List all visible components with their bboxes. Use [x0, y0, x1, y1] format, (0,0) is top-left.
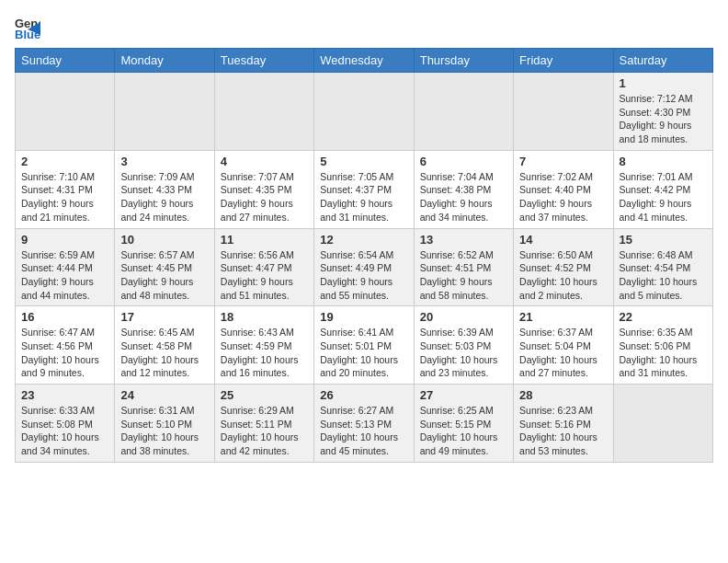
calendar-cell: 17Sunrise: 6:45 AMSunset: 4:58 PMDayligh… [115, 306, 214, 385]
calendar-cell: 10Sunrise: 6:57 AMSunset: 4:45 PMDayligh… [115, 228, 214, 306]
calendar-cell: 13Sunrise: 6:52 AMSunset: 4:51 PMDayligh… [414, 228, 513, 306]
calendar-cell: 8Sunrise: 7:01 AMSunset: 4:42 PMDaylight… [613, 150, 712, 228]
header-thursday: Thursday [414, 49, 513, 73]
calendar-week-row: 23Sunrise: 6:33 AMSunset: 5:08 PMDayligh… [16, 385, 713, 463]
calendar-week-row: 16Sunrise: 6:47 AMSunset: 4:56 PMDayligh… [16, 306, 713, 385]
day-number: 6 [420, 155, 507, 168]
day-number: 1 [620, 76, 707, 90]
day-info: Sunrise: 6:43 AMSunset: 4:59 PMDaylight:… [221, 326, 308, 380]
calendar-cell: 9Sunrise: 6:59 AMSunset: 4:44 PMDaylight… [16, 228, 115, 306]
calendar-cell: 15Sunrise: 6:48 AMSunset: 4:54 PMDayligh… [613, 228, 712, 306]
day-number: 18 [221, 310, 308, 324]
day-number: 5 [320, 155, 407, 168]
calendar-cell: 22Sunrise: 6:35 AMSunset: 5:06 PMDayligh… [613, 306, 712, 385]
day-info: Sunrise: 6:50 AMSunset: 4:52 PMDaylight:… [519, 248, 607, 303]
calendar-cell [214, 73, 313, 151]
calendar-cell [514, 73, 613, 151]
calendar-cell: 20Sunrise: 6:39 AMSunset: 5:03 PMDayligh… [414, 306, 513, 385]
day-number: 2 [21, 155, 108, 168]
day-info: Sunrise: 7:09 AMSunset: 4:33 PMDaylight:… [120, 170, 208, 224]
day-number: 20 [420, 310, 507, 324]
day-info: Sunrise: 6:39 AMSunset: 5:03 PMDaylight:… [420, 326, 507, 380]
calendar-cell: 28Sunrise: 6:23 AMSunset: 5:16 PMDayligh… [514, 385, 613, 463]
logo-icon: General Blue [15, 15, 40, 40]
day-info: Sunrise: 6:48 AMSunset: 4:54 PMDaylight:… [620, 248, 707, 303]
calendar-cell: 2Sunrise: 7:10 AMSunset: 4:31 PMDaylight… [16, 150, 115, 228]
header-monday: Monday [115, 49, 214, 73]
day-number: 11 [221, 233, 308, 247]
header-wednesday: Wednesday [314, 49, 414, 73]
day-info: Sunrise: 7:12 AMSunset: 4:30 PMDaylight:… [620, 92, 707, 146]
day-info: Sunrise: 6:31 AMSunset: 5:10 PMDaylight:… [120, 404, 208, 458]
day-info: Sunrise: 6:45 AMSunset: 4:58 PMDaylight:… [120, 326, 208, 380]
calendar-cell: 1Sunrise: 7:12 AMSunset: 4:30 PMDaylight… [613, 73, 712, 151]
calendar-cell: 5Sunrise: 7:05 AMSunset: 4:37 PMDaylight… [314, 150, 414, 228]
svg-text:Blue: Blue [15, 28, 40, 40]
calendar-cell [613, 385, 712, 463]
day-info: Sunrise: 7:10 AMSunset: 4:31 PMDaylight:… [21, 170, 108, 224]
calendar-cell: 23Sunrise: 6:33 AMSunset: 5:08 PMDayligh… [16, 385, 115, 463]
day-info: Sunrise: 6:29 AMSunset: 5:11 PMDaylight:… [221, 404, 308, 458]
calendar-cell: 16Sunrise: 6:47 AMSunset: 4:56 PMDayligh… [16, 306, 115, 385]
day-info: Sunrise: 6:27 AMSunset: 5:13 PMDaylight:… [320, 404, 407, 458]
day-info: Sunrise: 6:54 AMSunset: 4:49 PMDaylight:… [320, 248, 407, 303]
day-number: 22 [620, 310, 707, 324]
calendar-cell: 4Sunrise: 7:07 AMSunset: 4:35 PMDaylight… [214, 150, 313, 228]
calendar-cell [414, 73, 513, 151]
calendar-cell: 6Sunrise: 7:04 AMSunset: 4:38 PMDaylight… [414, 150, 513, 228]
calendar-cell: 24Sunrise: 6:31 AMSunset: 5:10 PMDayligh… [115, 385, 214, 463]
calendar-header-row: SundayMondayTuesdayWednesdayThursdayFrid… [16, 49, 713, 73]
day-info: Sunrise: 6:41 AMSunset: 5:01 PMDaylight:… [320, 326, 407, 380]
calendar-cell: 25Sunrise: 6:29 AMSunset: 5:11 PMDayligh… [214, 385, 313, 463]
day-info: Sunrise: 6:47 AMSunset: 4:56 PMDaylight:… [21, 326, 108, 380]
day-info: Sunrise: 7:07 AMSunset: 4:35 PMDaylight:… [221, 170, 308, 224]
calendar-week-row: 9Sunrise: 6:59 AMSunset: 4:44 PMDaylight… [16, 228, 713, 306]
day-number: 13 [420, 233, 507, 247]
calendar-table: SundayMondayTuesdayWednesdayThursdayFrid… [15, 48, 713, 463]
header-sunday: Sunday [16, 49, 115, 73]
calendar-cell: 3Sunrise: 7:09 AMSunset: 4:33 PMDaylight… [115, 150, 214, 228]
day-number: 21 [519, 310, 607, 324]
day-info: Sunrise: 6:33 AMSunset: 5:08 PMDaylight:… [21, 404, 108, 458]
day-number: 17 [120, 310, 208, 324]
calendar-cell: 12Sunrise: 6:54 AMSunset: 4:49 PMDayligh… [314, 228, 414, 306]
header-friday: Friday [514, 49, 613, 73]
day-number: 8 [620, 155, 707, 168]
header-tuesday: Tuesday [214, 49, 313, 73]
day-info: Sunrise: 6:59 AMSunset: 4:44 PMDaylight:… [21, 248, 108, 303]
day-number: 12 [320, 233, 407, 247]
calendar-cell [314, 73, 414, 151]
day-number: 26 [320, 388, 407, 402]
day-number: 16 [21, 310, 108, 324]
day-number: 9 [21, 233, 108, 247]
day-info: Sunrise: 6:56 AMSunset: 4:47 PMDaylight:… [221, 248, 308, 303]
calendar-cell: 14Sunrise: 6:50 AMSunset: 4:52 PMDayligh… [514, 228, 613, 306]
day-number: 4 [221, 155, 308, 168]
day-info: Sunrise: 6:25 AMSunset: 5:15 PMDaylight:… [420, 404, 507, 458]
calendar-cell: 18Sunrise: 6:43 AMSunset: 4:59 PMDayligh… [214, 306, 313, 385]
calendar-week-row: 2Sunrise: 7:10 AMSunset: 4:31 PMDaylight… [16, 150, 713, 228]
calendar-cell: 21Sunrise: 6:37 AMSunset: 5:04 PMDayligh… [514, 306, 613, 385]
day-info: Sunrise: 6:37 AMSunset: 5:04 PMDaylight:… [519, 326, 607, 380]
day-info: Sunrise: 6:52 AMSunset: 4:51 PMDaylight:… [420, 248, 507, 303]
day-number: 7 [519, 155, 607, 168]
day-info: Sunrise: 6:35 AMSunset: 5:06 PMDaylight:… [620, 326, 707, 380]
day-number: 19 [320, 310, 407, 324]
day-number: 25 [221, 388, 308, 402]
calendar-cell: 7Sunrise: 7:02 AMSunset: 4:40 PMDaylight… [514, 150, 613, 228]
day-info: Sunrise: 7:05 AMSunset: 4:37 PMDaylight:… [320, 170, 407, 224]
day-number: 23 [21, 388, 108, 402]
calendar-cell: 19Sunrise: 6:41 AMSunset: 5:01 PMDayligh… [314, 306, 414, 385]
day-info: Sunrise: 7:02 AMSunset: 4:40 PMDaylight:… [519, 170, 607, 224]
day-number: 27 [420, 388, 507, 402]
day-number: 24 [120, 388, 208, 402]
calendar-cell [16, 73, 115, 151]
page-header: General Blue [15, 15, 713, 40]
day-number: 28 [519, 388, 607, 402]
calendar-cell: 11Sunrise: 6:56 AMSunset: 4:47 PMDayligh… [214, 228, 313, 306]
day-info: Sunrise: 6:23 AMSunset: 5:16 PMDaylight:… [519, 404, 607, 458]
day-info: Sunrise: 7:04 AMSunset: 4:38 PMDaylight:… [420, 170, 507, 224]
calendar-cell: 26Sunrise: 6:27 AMSunset: 5:13 PMDayligh… [314, 385, 414, 463]
logo: General Blue [15, 15, 44, 40]
day-number: 14 [519, 233, 607, 247]
